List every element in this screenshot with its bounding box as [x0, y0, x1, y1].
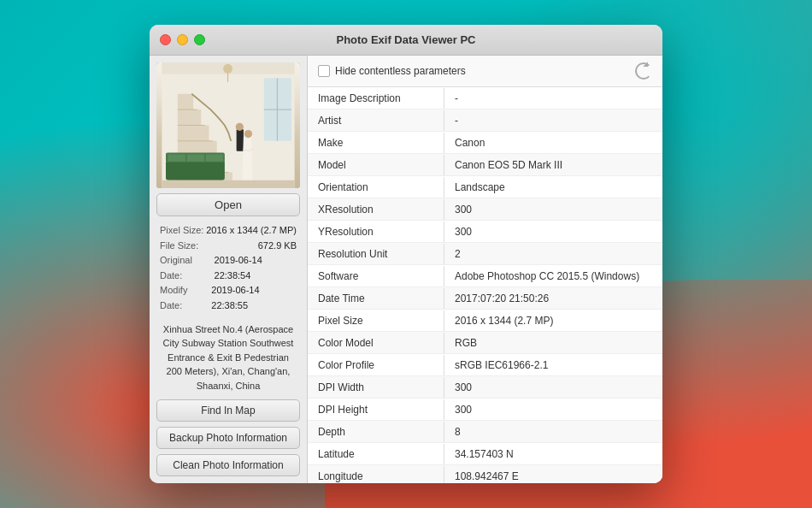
checkbox-area: Hide contentless parameters: [318, 65, 466, 77]
table-row: XResolution300: [308, 198, 662, 221]
table-row: DPI Height300: [308, 399, 662, 421]
table-row: DPI Width300: [308, 376, 662, 399]
exif-key: Pixel Size: [308, 310, 444, 331]
photo-thumbnail: [156, 62, 300, 188]
right-panel: Hide contentless parameters Image Descri…: [308, 56, 662, 483]
table-row: OrientationLandscape: [308, 176, 662, 198]
table-row: YResolution300: [308, 221, 662, 243]
address-block: Xinhua Street No.4 (Aerospace City Subwa…: [156, 321, 300, 395]
exif-value: 108.942467 E: [444, 466, 662, 484]
exif-value: Landscape: [444, 177, 662, 198]
exif-key: Image Description: [308, 88, 444, 109]
refresh-icon[interactable]: [635, 62, 652, 80]
svg-rect-14: [237, 129, 244, 151]
svg-point-15: [236, 123, 244, 131]
table-row: Latitude34.157403 N: [308, 443, 662, 465]
original-date-row: Original Date: 2019-06-14 22:38:54: [160, 253, 297, 283]
modify-date-label: Modify Date:: [160, 283, 211, 313]
exif-key: Longitude: [308, 466, 444, 484]
photo-bg: [156, 62, 300, 188]
file-size-row: File Size: 672.9 KB: [160, 239, 297, 254]
clean-photo-button[interactable]: Clean Photo Information: [156, 454, 300, 476]
window-title: Photo Exif Data Viewer PC: [336, 33, 475, 46]
table-row: Longitude108.942467 E: [308, 465, 662, 483]
file-size-value: 672.9 KB: [258, 239, 297, 254]
table-row: Artist-: [308, 109, 662, 132]
exif-key: Model: [308, 155, 444, 175]
exif-key: Color Model: [308, 333, 444, 353]
minimize-button[interactable]: [177, 34, 188, 45]
exif-value: RGB: [444, 333, 662, 353]
toolbar: Hide contentless parameters: [308, 56, 662, 87]
exif-key: Resolution Unit: [308, 244, 444, 264]
exif-value: Canon: [444, 133, 662, 153]
table-row: Color ModelRGB: [308, 332, 662, 354]
table-row: Pixel Size2016 x 1344 (2.7 MP): [308, 310, 662, 332]
photo-svg: [156, 62, 300, 188]
table-row: ModelCanon EOS 5D Mark III: [308, 154, 662, 176]
exif-value: -: [444, 110, 662, 131]
exif-key: Date Time: [308, 288, 444, 309]
exif-value: Adobe Photoshop CC 2015.5 (Windows): [444, 266, 662, 286]
exif-key: Make: [308, 133, 444, 153]
pixel-size-value: 2016 x 1344 (2.7 MP): [206, 223, 297, 239]
svg-rect-13: [206, 154, 223, 161]
exif-value: -: [444, 88, 662, 109]
svg-rect-12: [187, 154, 204, 161]
left-panel: Open Pixel Size: 2016 x 1344 (2.7 MP) Fi…: [150, 56, 308, 483]
backup-photo-button[interactable]: Backup Photo Information: [156, 427, 300, 449]
svg-rect-11: [168, 154, 185, 161]
exif-value: 300: [444, 199, 662, 220]
hide-contentless-checkbox[interactable]: [318, 65, 330, 77]
main-content: Open Pixel Size: 2016 x 1344 (2.7 MP) Fi…: [150, 56, 662, 483]
pixel-size-label: Pixel Size:: [160, 223, 203, 239]
exif-key: Color Profile: [308, 355, 444, 375]
exif-value: 300: [444, 399, 662, 420]
exif-value: 2017:07:20 21:50:26: [444, 288, 662, 309]
svg-rect-20: [162, 180, 294, 188]
file-size-label: File Size:: [160, 239, 198, 254]
hide-contentless-label: Hide contentless parameters: [335, 65, 466, 77]
exif-key: Latitude: [308, 444, 444, 464]
svg-point-16: [244, 130, 252, 138]
maximize-button[interactable]: [194, 34, 205, 45]
pixel-size-row: Pixel Size: 2016 x 1344 (2.7 MP): [160, 223, 297, 239]
main-window: Photo Exif Data Viewer PC: [150, 25, 662, 483]
svg-point-2: [223, 64, 232, 74]
exif-key: YResolution: [308, 222, 444, 242]
exif-key: Orientation: [308, 177, 444, 198]
table-row: SoftwareAdobe Photoshop CC 2015.5 (Windo…: [308, 265, 662, 287]
traffic-lights: [160, 34, 205, 45]
exif-value: 34.157403 N: [444, 444, 662, 464]
original-date-value: 2019-06-14 22:38:54: [215, 253, 297, 283]
exif-key: XResolution: [308, 199, 444, 220]
exif-value: 2016 x 1344 (2.7 MP): [444, 310, 662, 331]
title-bar: Photo Exif Data Viewer PC: [150, 25, 662, 56]
svg-rect-9: [166, 161, 225, 180]
exif-value: 2: [444, 244, 662, 264]
exif-key: DPI Height: [308, 399, 444, 420]
exif-value: 8: [444, 422, 662, 442]
exif-value: 300: [444, 222, 662, 242]
open-button[interactable]: Open: [156, 193, 300, 216]
original-date-label: Original Date:: [160, 253, 215, 283]
exif-key: Artist: [308, 110, 444, 131]
exif-value: 300: [444, 377, 662, 398]
exif-value: sRGB IEC61966-2.1: [444, 355, 662, 375]
modify-date-row: Modify Date: 2019-06-14 22:38:55: [160, 283, 297, 313]
exif-key: Software: [308, 266, 444, 286]
modify-date-value: 2019-06-14 22:38:55: [211, 283, 297, 313]
table-row: Resolution Unit2: [308, 243, 662, 265]
exif-key: Depth: [308, 422, 444, 442]
exif-table: Image Description-Artist-MakeCanonModelC…: [308, 87, 662, 483]
file-info-block: Pixel Size: 2016 x 1344 (2.7 MP) File Si…: [156, 222, 300, 316]
table-row: Date Time2017:07:20 21:50:26: [308, 287, 662, 310]
table-row: Depth8: [308, 421, 662, 443]
exif-key: DPI Width: [308, 377, 444, 398]
exif-value: Canon EOS 5D Mark III: [444, 155, 662, 175]
find-in-map-button[interactable]: Find In Map: [156, 399, 300, 422]
table-row: Color ProfilesRGB IEC61966-2.1: [308, 354, 662, 376]
close-button[interactable]: [160, 34, 171, 45]
table-row: Image Description-: [308, 87, 662, 109]
table-row: MakeCanon: [308, 132, 662, 154]
